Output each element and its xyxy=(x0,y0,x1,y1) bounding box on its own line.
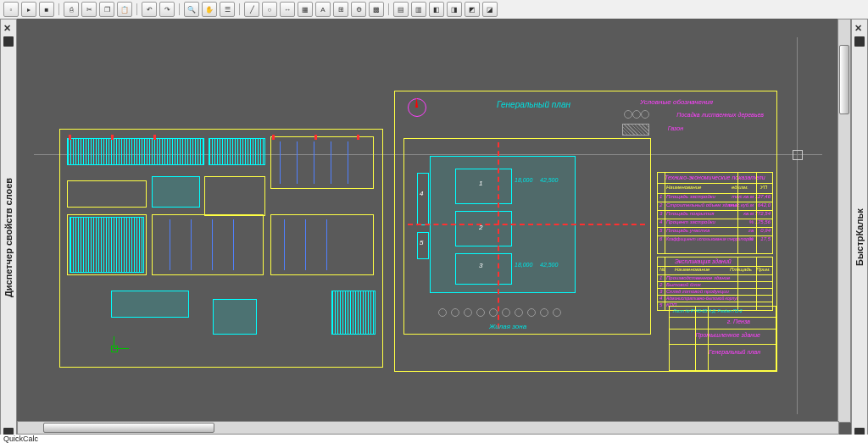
axis-line xyxy=(498,142,499,329)
layer-icon[interactable]: ☰ xyxy=(220,2,235,17)
block-icon[interactable]: ⊞ xyxy=(333,2,348,17)
col-header: Площадь xyxy=(730,267,752,272)
tree-icon xyxy=(515,308,523,317)
new-icon[interactable]: ▫ xyxy=(3,2,19,17)
close-icon[interactable]: ✕ xyxy=(854,23,865,33)
tree-symbol-icon xyxy=(641,110,649,119)
building-3 xyxy=(455,253,512,285)
building-number: 5 xyxy=(420,239,423,246)
legend-title: Условные обозначения xyxy=(640,98,713,106)
command-line[interactable]: QuickCalc xyxy=(0,435,868,443)
scrollbar-thumb[interactable] xyxy=(839,45,849,114)
zone-label: Жилая зона xyxy=(489,323,526,330)
column-line xyxy=(331,141,331,184)
building-number: 4 xyxy=(420,190,423,197)
ucs-icon xyxy=(107,336,132,362)
app-root: ▫ ▸ ■ ⎙ ✂ ❐ 📋 ↶ ↷ 🔍 ✋ ☰ ╱ ○ ↔ ▦ A ⊞ ⚙ ▩ … xyxy=(0,0,868,443)
tree-symbol-icon xyxy=(632,110,641,119)
print-icon[interactable]: ⎙ xyxy=(64,2,79,17)
props-icon[interactable]: ⚙ xyxy=(351,2,366,17)
left-panel[interactable]: ✕ Диспетчер свойств слоев xyxy=(0,19,17,442)
column-line xyxy=(297,141,298,184)
hatch-icon[interactable]: ▦ xyxy=(298,2,313,17)
column-line xyxy=(314,141,314,184)
line-icon[interactable]: ╱ xyxy=(244,2,259,17)
hatch-area xyxy=(331,291,376,335)
cell: % xyxy=(749,219,754,224)
site-boundary: 1 18,000 42,500 2 3 18,000 42,500 4 5 xyxy=(403,138,651,335)
col-divider xyxy=(665,173,665,253)
cell: Бытовой блок xyxy=(666,282,701,287)
column-line xyxy=(284,219,285,270)
dim-icon[interactable]: ↔ xyxy=(280,2,295,17)
separator xyxy=(58,3,59,15)
save-icon[interactable]: ■ xyxy=(39,2,54,17)
table-row: 6Коэффициент использования территории%17… xyxy=(658,235,772,246)
lawn-symbol-icon xyxy=(622,124,649,136)
command-text: QuickCalc xyxy=(3,435,38,443)
cell: Производственное здание xyxy=(666,275,730,280)
cell: Площадь участка xyxy=(666,228,709,233)
panel-icon[interactable] xyxy=(3,36,14,47)
building-block xyxy=(111,291,189,318)
cell: га xyxy=(748,228,754,233)
column-line xyxy=(348,141,348,184)
cell: Коэффициент использования территории xyxy=(666,236,754,241)
close-icon[interactable]: ✕ xyxy=(3,23,14,33)
crosshair-pickbox xyxy=(793,150,803,160)
open-icon[interactable]: ▸ xyxy=(21,2,36,17)
separator xyxy=(388,3,389,15)
undo-icon[interactable]: ↶ xyxy=(142,2,157,17)
cell: 1 xyxy=(659,275,662,280)
tool-icon[interactable]: ◩ xyxy=(465,2,480,17)
building-outline xyxy=(67,180,147,208)
project-name: Промышленное здание xyxy=(696,332,760,338)
cell: 5 xyxy=(659,228,662,233)
equipment-block xyxy=(213,299,257,335)
cell: Процент застройки xyxy=(666,219,715,224)
axis-marker xyxy=(357,135,359,140)
tool-icon[interactable]: ▥ xyxy=(411,2,426,17)
cell: 642,0 xyxy=(758,202,771,208)
building-2 xyxy=(455,211,512,246)
drawing-sheet-1 xyxy=(59,129,383,368)
table-header: Экспликация зданий xyxy=(675,258,732,264)
cut-icon[interactable]: ✂ xyxy=(81,2,97,17)
scrollbar-thumb[interactable] xyxy=(43,423,214,433)
tool-icon[interactable]: ◪ xyxy=(482,2,498,17)
pan-icon[interactable]: ✋ xyxy=(202,2,217,17)
right-panel-label: БыстрКальк xyxy=(854,50,865,424)
separator xyxy=(179,3,180,15)
north-arrow-icon xyxy=(408,98,426,117)
cell: 17,5 xyxy=(760,236,771,241)
paste-icon[interactable]: 📋 xyxy=(117,2,132,17)
panel-icon[interactable] xyxy=(854,36,865,47)
cell: тыс.куб.м xyxy=(729,202,754,208)
cell: Площадь покрытия xyxy=(666,211,715,216)
scrollbar-vertical[interactable] xyxy=(837,19,851,423)
col-divider xyxy=(756,257,757,310)
right-panel[interactable]: ✕ БыстрКальк xyxy=(851,19,868,442)
col-divider xyxy=(737,257,738,310)
circle-icon[interactable]: ○ xyxy=(262,2,277,17)
cell: 4 xyxy=(659,219,662,224)
cell: Строительный объем зданий xyxy=(666,202,738,208)
table-header: Технико-экономические показатели xyxy=(665,174,765,180)
zoom-icon[interactable]: 🔍 xyxy=(184,2,199,17)
model-space[interactable]: Генеральный план Условные обозначения По… xyxy=(17,19,851,435)
scrollbar-horizontal[interactable] xyxy=(17,421,839,435)
cell: 3 xyxy=(659,289,662,294)
tree-icon xyxy=(451,308,459,317)
tool-icon[interactable]: ◧ xyxy=(429,2,444,17)
redo-icon[interactable]: ↷ xyxy=(159,2,175,17)
building-outline xyxy=(270,214,374,275)
tree-icon xyxy=(476,308,485,317)
copy-icon[interactable]: ❐ xyxy=(99,2,114,17)
grid-icon[interactable]: ▩ xyxy=(369,2,384,17)
axis-line xyxy=(408,224,645,225)
text-icon[interactable]: A xyxy=(315,2,331,17)
toolbar: ▫ ▸ ■ ⎙ ✂ ❐ 📋 ↶ ↷ 🔍 ✋ ☰ ╱ ○ ↔ ▦ A ⊞ ⚙ ▩ … xyxy=(0,0,868,19)
dimension-text: 42,500 xyxy=(540,262,558,268)
tool-icon[interactable]: ▤ xyxy=(393,2,409,17)
tool-icon[interactable]: ◨ xyxy=(447,2,462,17)
